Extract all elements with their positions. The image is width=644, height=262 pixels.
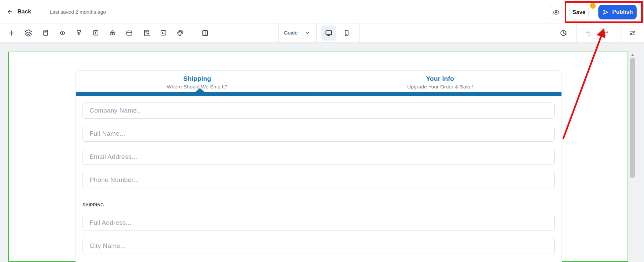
eye-icon [552,9,560,16]
toolbar-divider [316,23,317,42]
undo-button[interactable] [582,26,595,40]
redo-button[interactable] [599,26,612,40]
scrollbar-up-button[interactable] [630,52,636,58]
tab-divider [319,73,319,91]
back-button[interactable]: Back [7,0,31,23]
layout-columns-button[interactable] [198,26,212,40]
email-address-field[interactable] [83,149,555,165]
scripts-button[interactable] [157,26,170,40]
theme-button[interactable] [173,26,187,40]
back-arrow-icon [7,8,13,15]
split-columns-icon [201,29,209,37]
tab-your-info[interactable]: Your info Upgrade Your Order & Save! [319,71,561,92]
history-icon [559,29,567,37]
send-icon [602,9,609,16]
form-step-tabs: Shipping Where Should We Ship It? Your i… [76,71,561,92]
top-bar: Back Last saved 2 months ago Save Publis… [0,0,644,23]
toolbar-divider [621,23,621,42]
page-icon [42,29,49,37]
undo-icon [585,29,593,37]
brush-icon [75,29,83,37]
history-button[interactable] [556,26,570,40]
seo-search-icon [143,29,151,37]
seo-button[interactable] [140,26,153,40]
save-button[interactable]: Save [569,5,589,19]
full-address-field[interactable] [83,215,555,231]
form-body: SHIPPING [76,96,561,254]
guide-label: Guide [284,30,298,36]
tab-subtitle: Upgrade Your Order & Save! [319,84,561,89]
layers-button[interactable] [21,26,35,40]
layers-icon [24,29,32,37]
terminal-icon [160,29,167,37]
chevron-down-icon [305,30,310,36]
publish-button[interactable]: Publish [598,5,637,19]
redo-icon [602,29,609,37]
page-settings-button[interactable] [626,26,639,40]
text-box-icon [92,29,99,37]
section-divider-line [109,205,555,205]
palette-icon [176,29,184,37]
canvas-scrollbar[interactable] [630,52,636,262]
preview-button[interactable] [550,5,562,19]
scroll-up-arrow-icon [631,54,634,56]
toolbar-divider [576,23,577,42]
scrollbar-thumb[interactable] [630,58,635,178]
code-button[interactable] [56,26,69,40]
blend-colors-icon [109,29,116,37]
device-mobile-button[interactable] [339,25,354,41]
add-element-button[interactable] [5,26,18,40]
shipping-section-header: SHIPPING [83,203,555,207]
desktop-icon [325,29,333,37]
last-saved-status: Last saved 2 months ago [50,0,106,23]
mobile-icon [343,29,351,37]
editor-toolbar: Guide [0,23,644,43]
toolbar-divider [359,23,360,42]
settings-sliders-icon [629,29,636,37]
guide-dropdown[interactable]: Guide [284,23,310,42]
city-name-field[interactable] [83,238,555,254]
shipping-section-label: SHIPPING [83,203,104,207]
company-name-field[interactable] [83,103,555,119]
toolbar-divider [278,23,279,42]
active-step-notch [196,88,204,92]
full-name-field[interactable] [83,126,555,142]
toolbar-divider [193,23,193,42]
styles-button[interactable] [72,26,86,40]
back-label: Back [17,8,31,15]
phone-number-field[interactable] [83,172,555,188]
colors-button[interactable] [106,26,119,40]
code-icon [59,29,66,37]
typography-button[interactable] [89,26,102,40]
checkout-form-card[interactable]: Shipping Where Should We Ship It? Your i… [75,70,562,262]
publish-label: Publish [612,9,633,15]
device-desktop-button[interactable] [321,25,336,41]
tab-title: Shipping [76,75,319,82]
topbar-divider [43,2,43,21]
sections-button[interactable] [122,26,136,40]
add-icon [8,29,15,37]
section-card-icon [125,29,133,37]
unsaved-changes-dot [590,3,596,9]
tab-title: Your info [319,75,561,82]
page-button[interactable] [39,26,52,40]
step-progress-bar [76,92,561,96]
